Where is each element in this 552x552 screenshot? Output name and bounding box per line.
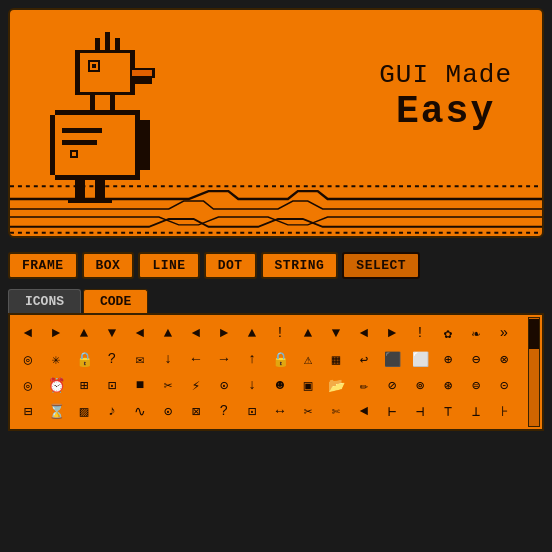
icon-cell[interactable]: ▦ — [324, 347, 348, 371]
icon-cell[interactable]: ! — [408, 321, 432, 345]
scrollbar[interactable] — [528, 317, 540, 427]
icon-cell[interactable]: ⊙ — [212, 373, 236, 397]
icon-cell[interactable]: ⊟ — [16, 399, 40, 423]
icon-cell[interactable]: ⊦ — [492, 399, 516, 423]
frame-button[interactable]: FRAME — [8, 252, 78, 279]
icon-cell[interactable]: ↩ — [352, 347, 376, 371]
icon-cell[interactable]: ◄ — [184, 321, 208, 345]
icon-cell[interactable]: ► — [44, 321, 68, 345]
svg-rect-20 — [105, 32, 110, 52]
svg-rect-29 — [72, 152, 76, 156]
string-button[interactable]: STRING — [261, 252, 339, 279]
svg-rect-7 — [50, 115, 55, 175]
icon-cell[interactable]: ? — [100, 347, 124, 371]
toolbar: FRAME BOX LINE DOT STRING SELECT — [0, 246, 552, 285]
icon-cell[interactable]: ✳ — [44, 347, 68, 371]
icon-cell[interactable]: 📂 — [324, 373, 348, 397]
icon-cell[interactable]: ⊖ — [464, 347, 488, 371]
svg-rect-6 — [55, 175, 135, 180]
icon-cell[interactable]: ▲ — [296, 321, 320, 345]
icon-cell[interactable]: ⊘ — [380, 373, 404, 397]
banner-title-line1: GUI Made — [379, 60, 512, 90]
icon-cell[interactable]: ❧ — [464, 321, 488, 345]
icon-cell[interactable]: ◄ — [128, 321, 152, 345]
icon-cell[interactable]: ⬜ — [408, 347, 432, 371]
svg-rect-22 — [62, 128, 102, 133]
icon-cell[interactable]: ▼ — [100, 321, 124, 345]
line-button[interactable]: LINE — [138, 252, 199, 279]
icon-cell[interactable]: ▲ — [240, 321, 264, 345]
icon-cell[interactable]: ⊥ — [464, 399, 488, 423]
dot-button[interactable]: DOT — [204, 252, 257, 279]
icon-cell[interactable]: ■ — [128, 373, 152, 397]
select-button[interactable]: SELECT — [342, 252, 420, 279]
icon-cell[interactable]: ♪ — [100, 399, 124, 423]
icon-cell[interactable]: ▲ — [72, 321, 96, 345]
icon-cell[interactable]: ✂ — [156, 373, 180, 397]
icon-cell[interactable]: ▨ — [72, 399, 96, 423]
banner-text: GUI Made Easy — [379, 60, 512, 133]
tab-icons[interactable]: ICONS — [8, 289, 81, 313]
icon-cell[interactable]: ⊢ — [380, 399, 404, 423]
icon-cell[interactable]: ☻ — [268, 373, 292, 397]
icon-cell[interactable]: ⚠ — [296, 347, 320, 371]
icon-cell[interactable]: 🔒 — [72, 347, 96, 371]
circuit-decoration — [10, 181, 542, 236]
icon-cell[interactable]: ⊞ — [72, 373, 96, 397]
icon-cell[interactable]: ! — [268, 321, 292, 345]
icon-cell[interactable]: ⊜ — [464, 373, 488, 397]
icon-cell[interactable]: ► — [212, 321, 236, 345]
icon-cell[interactable]: ▣ — [296, 373, 320, 397]
icon-cell[interactable]: ◄ — [16, 321, 40, 345]
scrollbar-thumb[interactable] — [529, 319, 539, 349]
icon-cell[interactable]: ✂ — [296, 399, 320, 423]
icon-cell[interactable]: ► — [380, 321, 404, 345]
icons-grid: ◄ ► ▲ ▼ ◄ ▲ ◄ ► ▲ ! ▲ ▼ ◄ ► ! ✿ ❧ » ◎ ✳ … — [14, 319, 538, 425]
icon-cell[interactable]: » — [492, 321, 516, 345]
icon-cell[interactable]: ✏ — [352, 373, 376, 397]
icon-cell[interactable]: ⊗ — [492, 347, 516, 371]
icon-cell[interactable]: ⊡ — [240, 399, 264, 423]
icon-cell[interactable]: ⏰ — [44, 373, 68, 397]
icon-cell[interactable]: ← — [184, 347, 208, 371]
icon-cell[interactable]: → — [212, 347, 236, 371]
icon-cell[interactable]: ⊝ — [492, 373, 516, 397]
svg-rect-17 — [132, 70, 152, 76]
icon-cell[interactable]: ✄ — [324, 399, 348, 423]
icon-cell[interactable]: ? — [212, 399, 236, 423]
svg-rect-12 — [80, 53, 130, 92]
icon-cell[interactable]: ◎ — [16, 347, 40, 371]
icon-cell[interactable]: ↔ — [268, 399, 292, 423]
svg-rect-15 — [92, 64, 96, 68]
icon-cell[interactable]: ⬛ — [380, 347, 404, 371]
tab-code[interactable]: CODE — [83, 289, 148, 313]
icons-panel: ◄ ► ▲ ▼ ◄ ▲ ◄ ► ▲ ! ▲ ▼ ◄ ► ! ✿ ❧ » ◎ ✳ … — [8, 313, 544, 431]
icon-cell[interactable]: ◎ — [16, 373, 40, 397]
icon-cell[interactable]: ⊕ — [436, 347, 460, 371]
icon-cell[interactable]: ◄ — [352, 321, 376, 345]
icon-cell[interactable]: ⊣ — [408, 399, 432, 423]
banner-title-line2: Easy — [379, 90, 512, 133]
icon-cell[interactable]: ↓ — [240, 373, 264, 397]
icon-cell[interactable]: ▲ — [156, 321, 180, 345]
icon-cell[interactable]: ⊙ — [156, 399, 180, 423]
icon-cell[interactable]: ⚡ — [184, 373, 208, 397]
icon-cell[interactable]: ↓ — [156, 347, 180, 371]
icon-cell[interactable]: ◄ — [352, 399, 376, 423]
icon-cell[interactable]: ⊚ — [408, 373, 432, 397]
icon-cell[interactable]: ⌛ — [44, 399, 68, 423]
icon-cell[interactable]: ⊡ — [100, 373, 124, 397]
icon-cell[interactable]: ∿ — [128, 399, 152, 423]
icon-cell[interactable]: ✉ — [128, 347, 152, 371]
svg-rect-19 — [95, 38, 100, 52]
icon-cell[interactable]: ▼ — [324, 321, 348, 345]
icon-cell[interactable]: ↑ — [240, 347, 264, 371]
icon-cell[interactable]: ⊤ — [436, 399, 460, 423]
icon-cell[interactable]: ⊠ — [184, 399, 208, 423]
svg-rect-18 — [132, 76, 152, 84]
icon-cell[interactable]: ⊛ — [436, 373, 460, 397]
svg-rect-23 — [62, 140, 97, 145]
box-button[interactable]: BOX — [82, 252, 135, 279]
icon-cell[interactable]: 🔒 — [268, 347, 292, 371]
icon-cell[interactable]: ✿ — [436, 321, 460, 345]
